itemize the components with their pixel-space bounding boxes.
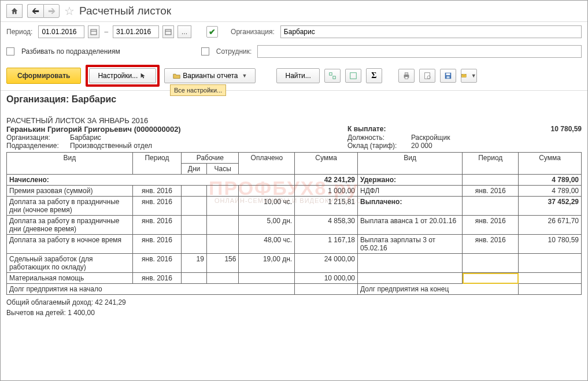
all-settings-tooltip: Все настройки... bbox=[170, 84, 226, 96]
sheet-title: РАСЧЕТНЫЙ ЛИСТОК ЗА ЯНВАРЬ 2016 bbox=[6, 116, 582, 125]
forward-button[interactable]: 🡲 bbox=[43, 4, 60, 18]
collapse-groups-button[interactable] bbox=[345, 69, 361, 83]
footer-line: Вычетов на детей: 1 400,00 bbox=[6, 308, 582, 318]
generate-button[interactable]: Сформировать bbox=[6, 68, 81, 84]
svg-rect-8 bbox=[405, 73, 408, 75]
svg-rect-0 bbox=[91, 29, 97, 35]
employee-checkbox[interactable] bbox=[201, 47, 209, 56]
table-row: Доплата за работу в праздничные дни (ноч… bbox=[7, 197, 582, 216]
employee-input[interactable] bbox=[257, 45, 582, 58]
period-separator: – bbox=[104, 28, 108, 36]
find-button[interactable]: Найти... bbox=[276, 68, 319, 83]
employee-line: Геранькин Григорий Григорьевич (00000000… bbox=[6, 125, 347, 134]
chevron-down-icon: ▼ bbox=[471, 73, 476, 79]
svg-rect-5 bbox=[333, 76, 335, 79]
print-button[interactable] bbox=[398, 69, 415, 83]
period-to-input[interactable] bbox=[113, 25, 159, 38]
org-label: Организация: bbox=[231, 28, 275, 36]
pay-label: К выплате: bbox=[347, 125, 386, 134]
employee-label: Сотрудник: bbox=[216, 47, 252, 56]
selected-cell[interactable] bbox=[463, 273, 519, 284]
table-row: Доплата за работу в праздничные дни (дне… bbox=[7, 216, 582, 235]
report-org-header: Организация: Барбарис bbox=[6, 93, 582, 108]
preview-button[interactable] bbox=[419, 69, 435, 83]
home-button[interactable] bbox=[6, 4, 23, 18]
payslip-table: Вид Период Рабочие Оплачено Сумма Вид Пе… bbox=[6, 152, 582, 295]
table-header-row: Вид Период Рабочие Оплачено Сумма Вид Пе… bbox=[7, 153, 582, 164]
org-enabled-checkbox[interactable]: ✔ bbox=[206, 26, 218, 38]
cursor-icon bbox=[140, 72, 147, 80]
table-row: Премия разовая (суммой)янв. 20161 000,00… bbox=[7, 186, 582, 197]
svg-rect-2 bbox=[165, 29, 171, 35]
back-button[interactable]: 🡰 bbox=[27, 4, 43, 18]
table-row: Сдельный заработок (для работающих по ок… bbox=[7, 254, 582, 273]
folder-icon bbox=[173, 72, 180, 80]
svg-rect-6 bbox=[350, 73, 356, 79]
svg-rect-13 bbox=[446, 73, 450, 76]
period-to-calendar-icon[interactable] bbox=[162, 25, 174, 38]
table-section-row: Начислено: 42 241,29 Удержано: 4 789,00 bbox=[7, 175, 582, 186]
table-row: Материальная помощьянв. 201610 000,00 bbox=[7, 273, 582, 284]
split-checkbox[interactable] bbox=[6, 47, 14, 56]
sum-button[interactable]: Σ bbox=[366, 68, 382, 83]
page-title: Расчетный листок bbox=[79, 5, 171, 17]
period-ellipsis-button[interactable]: … bbox=[177, 25, 191, 38]
period-from-input[interactable] bbox=[38, 25, 84, 38]
period-label: Период: bbox=[6, 28, 32, 36]
email-button[interactable]: ▼ bbox=[461, 69, 477, 83]
expand-groups-button[interactable] bbox=[324, 69, 341, 83]
split-label: Разбивать по подразделениям bbox=[21, 47, 120, 56]
favorite-icon[interactable]: ☆ bbox=[64, 4, 75, 18]
org-input[interactable] bbox=[280, 25, 582, 38]
table-row: Долг предприятия на начало Долг предприя… bbox=[7, 284, 582, 295]
period-from-calendar-icon[interactable] bbox=[88, 25, 99, 38]
chevron-down-icon: ▼ bbox=[242, 73, 247, 79]
report-variants-button[interactable]: Варианты отчета ▼ bbox=[164, 68, 256, 83]
table-row: Доплата за работу в ночное времяянв. 201… bbox=[7, 235, 582, 254]
svg-rect-14 bbox=[446, 76, 449, 79]
pay-value: 10 780,59 bbox=[551, 125, 582, 134]
svg-rect-4 bbox=[329, 73, 331, 75]
svg-rect-9 bbox=[405, 77, 408, 79]
settings-button[interactable]: Настройки... bbox=[89, 68, 156, 83]
save-button[interactable] bbox=[440, 69, 456, 83]
footer-line: Общий облагаемый доход: 42 241,29 bbox=[6, 297, 582, 308]
